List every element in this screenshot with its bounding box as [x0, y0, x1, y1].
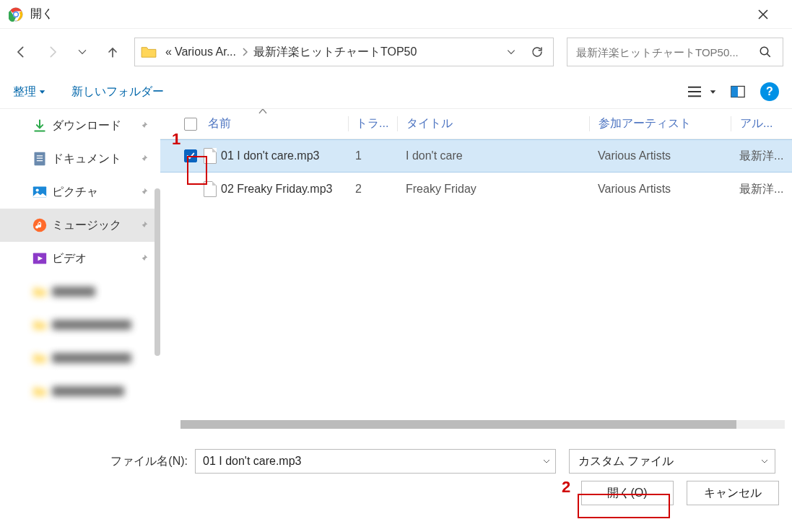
scrollbar-thumb[interactable] [180, 420, 736, 429]
view-mode-dropdown[interactable] [707, 79, 718, 104]
sidebar-item-hidden[interactable] [0, 375, 160, 408]
toolbar-row: 整理 新しいフォルダー ? [0, 75, 792, 108]
column-header-track[interactable]: トラ... [348, 116, 397, 131]
refresh-button[interactable] [524, 39, 550, 65]
sidebar-item-label [52, 320, 131, 330]
column-header-artist[interactable]: 参加アーティスト [589, 116, 731, 131]
pin-icon [139, 253, 149, 263]
svg-rect-6 [35, 152, 45, 165]
title-bar: 開く [0, 0, 792, 29]
sidebar-item-label: ドキュメント [52, 152, 121, 167]
column-header-name[interactable]: 名前 [204, 116, 348, 131]
sidebar-item-downloads[interactable]: ダウンロード [0, 109, 160, 142]
sidebar-item-music[interactable]: ミュージック [0, 209, 160, 242]
album-cell: 最新洋... [731, 182, 792, 197]
sidebar-item-label: ダウンロード [52, 118, 121, 134]
sidebar-item-pictures[interactable]: ピクチャ [0, 175, 160, 209]
filename-value: 01 I don't care.mp3 [203, 455, 542, 468]
title-cell: Freaky Friday [397, 183, 589, 196]
main-area: ダウンロード ドキュメント ピクチャ [0, 108, 792, 437]
close-button[interactable] [757, 9, 786, 20]
chevron-down-icon [760, 457, 769, 466]
organize-menu[interactable]: 整理 [13, 84, 45, 100]
sidebar-item-hidden[interactable] [0, 308, 160, 341]
sidebar-item-label: ピクチャ [52, 185, 98, 200]
document-icon [32, 151, 48, 167]
address-dropdown[interactable] [498, 39, 524, 65]
preview-pane-button[interactable] [726, 79, 750, 104]
chrome-icon [9, 7, 23, 22]
sidebar-item-documents[interactable]: ドキュメント [0, 142, 160, 175]
pin-icon [139, 220, 149, 230]
artist-cell: Various Artists [589, 149, 731, 162]
cancel-label: キャンセル [704, 486, 762, 501]
forward-button[interactable] [39, 39, 65, 65]
cancel-button[interactable]: キャンセル [687, 481, 779, 505]
file-name-cell: 01 I don't care.mp3 [204, 148, 348, 164]
folder-icon [32, 383, 48, 399]
sidebar-item-label [52, 353, 131, 363]
sidebar-item-hidden[interactable] [0, 341, 160, 375]
sidebar-item-hidden[interactable] [0, 275, 160, 308]
open-button[interactable]: 開く(O) [581, 481, 674, 505]
folder-icon [32, 284, 48, 300]
file-list-pane: 名前 トラ... タイトル 参加アーティスト アル... 01 I don't … [160, 109, 792, 437]
album-cell: 最新洋... [731, 149, 792, 164]
checkbox-checked-icon [184, 149, 197, 162]
svg-point-8 [36, 188, 39, 191]
breadcrumb-prefix: « [164, 45, 173, 58]
file-name: 02 Freaky Friday.mp3 [221, 183, 332, 196]
folder-icon [141, 45, 157, 58]
pin-icon [139, 154, 149, 164]
column-label: 参加アーティスト [599, 117, 691, 129]
help-button[interactable]: ? [760, 82, 779, 101]
search-input[interactable] [576, 46, 752, 58]
window-title: 開く [30, 6, 757, 22]
file-icon [204, 148, 217, 164]
column-label: 名前 [208, 116, 231, 131]
horizontal-scrollbar[interactable] [180, 420, 785, 429]
up-button[interactable] [100, 39, 126, 65]
button-row: 開く(O) キャンセル [0, 481, 780, 505]
sidebar-scrollbar[interactable] [155, 188, 160, 356]
row-checkbox[interactable] [178, 149, 204, 162]
address-bar[interactable]: « Various Ar... 最新洋楽ヒットチャートTOP50 [134, 38, 554, 66]
folder-icon [32, 317, 48, 333]
sidebar-item-label [52, 386, 124, 396]
new-folder-button[interactable]: 新しいフォルダー [71, 84, 164, 100]
video-icon [32, 250, 48, 266]
title-cell: I don't care [397, 149, 589, 162]
sidebar-item-videos[interactable]: ビデオ [0, 242, 160, 275]
search-icon[interactable] [752, 39, 778, 65]
filetype-select[interactable]: カスタム ファイル [569, 449, 775, 474]
file-row[interactable]: 02 Freaky Friday.mp3 2 Freaky Friday Var… [160, 173, 792, 206]
column-header-title[interactable]: タイトル [397, 116, 589, 131]
view-mode-button[interactable] [682, 79, 707, 104]
track-cell: 2 [348, 183, 397, 196]
recent-dropdown[interactable] [69, 39, 95, 65]
sidebar: ダウンロード ドキュメント ピクチャ [0, 109, 160, 437]
folder-icon [32, 350, 48, 366]
pin-icon [139, 187, 149, 197]
column-label: タイトル [406, 117, 453, 129]
download-icon [32, 118, 48, 134]
pictures-icon [32, 184, 48, 200]
open-label: 開く(O) [607, 486, 647, 501]
file-name-cell: 02 Freaky Friday.mp3 [204, 181, 348, 197]
nav-row: « Various Ar... 最新洋楽ヒットチャートTOP50 [0, 29, 792, 75]
breadcrumb-parent[interactable]: Various Ar... [173, 45, 238, 58]
column-header-checkbox[interactable] [178, 118, 204, 131]
search-box[interactable] [567, 38, 783, 66]
footer: ファイル名(N): 01 I don't care.mp3 カスタム ファイル … [0, 437, 792, 514]
column-header-album[interactable]: アル... [731, 116, 792, 131]
filetype-value: カスタム ファイル [578, 454, 760, 469]
breadcrumb-current[interactable]: 最新洋楽ヒットチャートTOP50 [252, 45, 418, 60]
svg-point-3 [760, 47, 768, 55]
svg-point-2 [14, 12, 17, 16]
back-button[interactable] [9, 39, 35, 65]
file-row[interactable]: 01 I don't care.mp3 1 I don't care Vario… [160, 139, 792, 173]
chevron-down-icon[interactable] [542, 457, 551, 466]
file-name: 01 I don't care.mp3 [221, 149, 319, 162]
filename-input[interactable]: 01 I don't care.mp3 [195, 449, 556, 474]
sidebar-item-label: ミュージック [52, 218, 121, 233]
